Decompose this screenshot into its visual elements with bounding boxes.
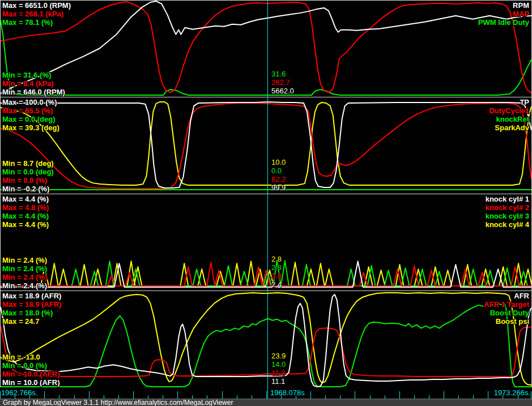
cursor_value-item: 11.1: [271, 377, 286, 386]
timeline-tick: [310, 391, 311, 399]
max_label-tp-duty-knockret-spark: Max = 100.0 (%)Max = 65.5 (%)Max = 0.0 (…: [2, 98, 59, 132]
max_label-item: Max = 268.1 (kPa): [2, 10, 71, 18]
timeline-cursor-label: 1968.078s: [270, 388, 305, 397]
trace-boost-psi: [1, 293, 531, 385]
max_label-afr-boost: Max = 18.9 (AFR)Max = 18.9 (AFR)Max = 18…: [2, 292, 61, 326]
legend-item[interactable]: RPM: [478, 1, 529, 10]
plot-area-tp-duty-knockret-spark[interactable]: [1, 97, 531, 194]
timeline-tick: [0, 391, 1, 399]
plot-area-rpm-map-idle[interactable]: [1, 1, 531, 97]
min_label-item: Min = 8.7 (deg): [2, 159, 54, 168]
cursor_value-item: 5662.0: [271, 87, 294, 95]
time-cursor-line[interactable]: [267, 0, 268, 399]
cursor_value-item: 2.8: [271, 272, 282, 280]
graph-panels: Max = 6651.0 (RPM)Max = 268.1 (kPa)Max =…: [0, 0, 532, 388]
legend-item[interactable]: Boost Duty: [484, 309, 529, 317]
max_label-rpm-map-idle: Max = 6651.0 (RPM)Max = 268.1 (kPa)Max =…: [2, 1, 71, 27]
plot-area-knock-cylinders[interactable]: [1, 194, 531, 290]
trace-map: [1, 2, 531, 93]
trace-rpm: [1, 1, 531, 93]
legend-item[interactable]: AFR 1 Target: [484, 300, 529, 309]
max_label-item: Max = 24.7: [2, 317, 61, 326]
max_label-item: Max = 18.9 (AFR): [2, 292, 61, 300]
cursor-values-knock-cylinders: 2.82.82.82.4: [271, 255, 282, 289]
legend-item[interactable]: SparkAdv: [489, 123, 529, 132]
min_label-tp-duty-knockret-spark: Min = 8.7 (deg)Min = 0.0 (deg)Min = 0.0 …: [2, 159, 54, 193]
min_label-item: Min = 10.0 (AFR): [2, 370, 60, 378]
timeline-tick: [444, 391, 444, 399]
max_label-item: Max = 100.0 (%): [2, 98, 59, 106]
max_label-item: Max = 0.0 (deg): [2, 115, 59, 123]
graph-panel-afr-boost[interactable]: Max = 18.9 (AFR)Max = 18.9 (AFR)Max = 18…: [0, 290, 532, 388]
legend-item[interactable]: Boost psi: [484, 317, 529, 326]
min_label-item: Min = 2.4 (%): [2, 256, 47, 264]
max_label-item: Max = 39.3 (deg): [2, 123, 59, 132]
megalogviewer-window: Max = 6651.0 (RPM)Max = 268.1 (kPa)Max =…: [0, 0, 532, 406]
timeline-tick: [177, 391, 178, 399]
max_label-item: Max = 18.0 (%): [2, 309, 61, 317]
timeline-tick: [222, 391, 223, 399]
status-bar: Graph by MegaLogViewer 3.1.1 http://www.…: [0, 399, 532, 406]
timeline-tick: [266, 391, 267, 399]
cursor_value-item: 14.0: [271, 360, 286, 369]
trace-dutycycle1: [1, 103, 531, 189]
legend-item[interactable]: knock cyl# 3: [486, 212, 529, 220]
legend-item[interactable]: MAP: [478, 10, 529, 18]
legend-afr-boost: AFRAFR 1 TargetBoost DutyBoost psi: [484, 292, 529, 326]
timeline-tick: [133, 391, 134, 399]
legend-item[interactable]: AFR: [484, 292, 529, 300]
trace-sparkadv: [1, 102, 531, 185]
timeline-tick: [355, 391, 355, 399]
timeline-tick: [44, 391, 45, 399]
min_label-item: Min = 31.6 (%): [2, 71, 65, 79]
min_label-item: Min = 2.4 (%): [2, 264, 47, 273]
min_label-item: Min = 2.4 (%): [2, 273, 47, 281]
cursor-values-tp-duty-knockret-spark: 10.00.062.299.9: [271, 158, 286, 192]
min_label-item: Min = 8.4 (kPa): [2, 79, 65, 88]
min_label-item: Min = 0.0 (%): [2, 176, 54, 185]
cursor_value-item: 2.8: [271, 263, 282, 272]
graph-panel-tp-duty-knockret-spark[interactable]: Max = 100.0 (%)Max = 65.5 (%)Max = 0.0 (…: [0, 97, 532, 194]
cursor_value-item: 31.6: [271, 70, 294, 78]
min_label-item: Min = -13.0: [2, 353, 60, 361]
cursor_value-item: 262.7: [271, 78, 294, 87]
max_label-item: Max = 65.5 (%): [2, 106, 59, 115]
timeline-tick: [488, 391, 488, 399]
legend-item[interactable]: TP: [489, 98, 529, 106]
cursor_value-item: 2.4: [271, 280, 282, 289]
timeline-tick: [531, 391, 531, 399]
min_label-item: Min = 646.0 (RPM): [2, 88, 65, 96]
cursor_value-item: 23.9: [271, 352, 286, 360]
min_label-item: Min = 10.0 (AFR): [2, 378, 60, 387]
legend-item[interactable]: knockRet: [489, 115, 529, 123]
plot-area-afr-boost[interactable]: [1, 291, 531, 387]
status-bar-text: Graph by MegaLogViewer 3.1.1 http://www.…: [3, 399, 233, 406]
min_label-knock-cylinders: Min = 2.4 (%)Min = 2.4 (%)Min = 2.4 (%)M…: [2, 256, 47, 290]
cursor_value-item: 2.8: [271, 255, 282, 263]
legend-item[interactable]: knock cyl# 1: [486, 195, 529, 203]
cursor_value-item: 11.3: [271, 369, 286, 377]
min_label-item: Min = 0.0 (deg): [2, 168, 54, 176]
cursor_value-item: 0.0: [271, 166, 286, 175]
timeline-end-label: 1973.266s.: [494, 388, 530, 397]
timeline-tick: [89, 391, 90, 399]
legend-item[interactable]: knock cyl# 2: [486, 203, 529, 212]
min_label-item: Min = 0.0 (%): [2, 361, 60, 370]
min_label-rpm-map-idle: Min = 31.6 (%)Min = 8.4 (kPa)Min = 646.0…: [2, 71, 65, 96]
max_label-knock-cylinders: Max = 4.4 (%)Max = 4.8 (%)Max = 4.4 (%)M…: [2, 195, 49, 229]
min_label-afr-boost: Min = -13.0Min = 0.0 (%)Min = 10.0 (AFR)…: [2, 353, 60, 387]
graph-panel-knock-cylinders[interactable]: Max = 4.4 (%)Max = 4.8 (%)Max = 4.4 (%)M…: [0, 194, 532, 290]
legend-item[interactable]: PWM Idle Duty: [478, 18, 529, 27]
graph-panel-rpm-map-idle[interactable]: Max = 6651.0 (RPM)Max = 268.1 (kPa)Max =…: [0, 0, 532, 97]
legend-item[interactable]: DutyCycle1: [489, 106, 529, 115]
max_label-item: Max = 4.4 (%): [2, 212, 49, 220]
legend-item[interactable]: knock cyl# 4: [486, 220, 529, 229]
max_label-item: Max = 18.9 (AFR): [2, 300, 61, 309]
timeline-scrubber[interactable]: 1962.766s. 1968.078s 1973.266s.: [0, 387, 532, 399]
min_label-item: Min = 2.4 (%): [2, 281, 47, 290]
trace-afr: [1, 294, 531, 387]
timeline-start-label: 1962.766s.: [1, 388, 37, 397]
cursor-values-afr-boost: 23.914.011.311.1: [271, 352, 286, 386]
max_label-item: Max = 6651.0 (RPM): [2, 1, 71, 10]
legend-tp-duty-knockret-spark: TPDutyCycle1knockRetSparkAdv: [489, 98, 529, 132]
